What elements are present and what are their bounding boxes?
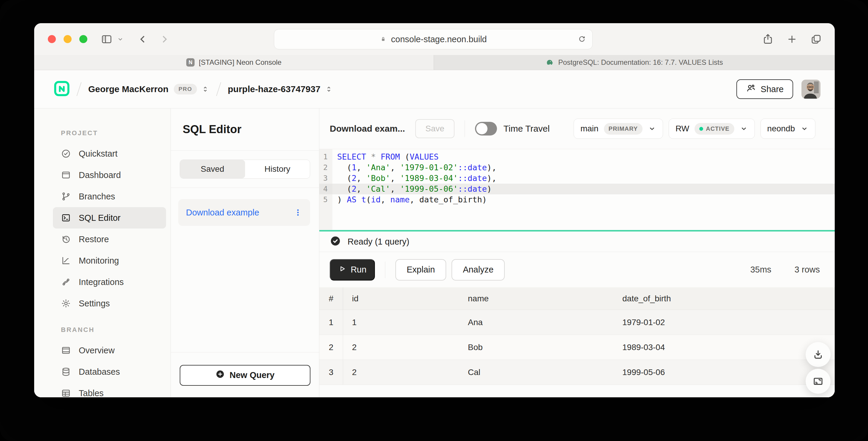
saved-queries-list: Download example [171,188,319,226]
minimize-window-button[interactable] [64,35,71,43]
database-select[interactable]: neondb [761,119,815,139]
query-workspace: Download exam... Save Time Travel main P… [319,109,835,397]
query-title: Download exam... [330,124,415,134]
sidebar-item-label: Databases [79,367,120,377]
project-sidebar: PROJECTQuickstartDashboardBranchesSQL Ed… [34,109,171,397]
address-bar[interactable]: console-stage.neon.build [274,29,593,49]
code-line[interactable]: 2 (1, 'Ana', '1979-01-02'::date), [319,162,835,173]
branch-select[interactable]: main PRIMARY [574,119,663,139]
page-title: SQL Editor [171,109,319,151]
saved-query-item[interactable]: Download example [178,199,310,226]
table-row[interactable]: 22Bob1989-03-04 [319,335,835,360]
new-tab-icon[interactable] [786,33,798,46]
breadcrumb-project-name[interactable]: purple-haze-63747937 [228,84,320,94]
share-page-icon[interactable] [762,33,774,46]
cell-date-of-birth: 1999-05-06 [613,368,835,377]
forward-button[interactable] [159,34,170,45]
time-travel-label: Time Travel [503,124,550,134]
saved-history-tabs: SavedHistory [180,159,310,179]
tab-title: PostgreSQL: Documentation: 16: 7.7. VALU… [558,58,723,66]
sidebar-item-settings[interactable]: Settings [53,293,166,314]
sidebar-sections: PROJECTQuickstartDashboardBranchesSQL Ed… [34,129,170,397]
table-row[interactable]: 11Ana1979-01-02 [319,310,835,335]
chevron-down-icon[interactable] [117,36,124,42]
sidebar-item-monitoring[interactable]: Monitoring [53,250,166,271]
neon-logo-icon[interactable] [54,81,70,98]
compute-select[interactable]: RW ACTIVE [669,119,755,139]
database-select-value: neondb [767,124,795,134]
row-index: 1 [319,310,343,334]
breadcrumb-org-name[interactable]: George MacKerron [88,84,168,94]
save-button[interactable]: Save [415,119,455,138]
breadcrumb-separator [76,82,82,96]
overview-icon [61,345,71,355]
dashboard-icon [61,170,71,180]
chevron-down-icon [740,124,748,133]
tab-saved[interactable]: Saved [180,160,245,178]
tab-history[interactable]: History [245,160,310,178]
new-query-button[interactable]: New Query [180,365,310,386]
sidebar-item-dashboard[interactable]: Dashboard [53,164,166,186]
sql-code-editor[interactable]: 1SELECT * FROM (VALUES2 (1, 'Ana', '1979… [319,149,835,230]
time-travel-toggle[interactable] [475,122,497,136]
kebab-menu-icon[interactable] [293,208,302,217]
explain-button[interactable]: Explain [395,259,446,281]
tab-postgresql-docs[interactable]: PostgreSQL: Documentation: 16: 7.7. VALU… [434,55,835,70]
restore-icon [61,234,71,244]
sidebar-item-sql-editor[interactable]: SQL Editor [53,207,166,229]
code-line[interactable]: 1SELECT * FROM (VALUES [319,152,835,162]
sidebar-item-quickstart[interactable]: Quickstart [53,143,166,164]
share-button[interactable]: Share [736,79,793,99]
tab-overview-icon[interactable] [810,33,822,46]
sidebar-item-label: Tables [79,388,104,398]
sidebar-item-databases[interactable]: Databases [53,361,166,382]
databases-icon [61,367,71,377]
close-window-button[interactable] [48,35,56,43]
sql-editor-icon [61,213,71,223]
neon-favicon: N [186,58,194,66]
cell-id: 1 [343,318,459,327]
active-status-dot [699,127,703,131]
expand-results-button[interactable] [806,369,831,394]
analyze-button[interactable]: Analyze [452,259,505,281]
quickstart-icon [61,149,71,159]
cell-id: 2 [343,368,459,377]
breadcrumb-separator [216,82,221,96]
tab-title: [STAGING] Neon Console [199,58,281,66]
project-selector-icon[interactable] [325,85,333,93]
result-row-count: 3 rows [795,265,820,274]
line-number: 2 [319,162,332,173]
sidebar-item-overview[interactable]: Overview [53,340,166,361]
saved-query-link[interactable]: Download example [186,208,259,217]
sidebar-item-integrations[interactable]: Integrations [53,271,166,293]
play-icon [338,265,346,275]
safari-sidebar-icon[interactable] [100,33,113,46]
toolbar-divider [465,120,465,137]
code-text: ) AS t(id, name, date_of_birth) [332,194,835,205]
code-line[interactable]: 3 (2, 'Bob', '1989-03-04'::date), [319,173,835,184]
sidebar-item-label: Integrations [79,277,124,287]
run-button[interactable]: Run [330,259,375,281]
row-index: 2 [319,335,343,359]
sidebar-section-label: BRANCH [34,326,170,334]
tab-neon-console[interactable]: N [STAGING] Neon Console [34,55,434,70]
org-selector-icon[interactable] [201,85,210,93]
user-avatar[interactable] [802,80,820,99]
code-line[interactable]: 4 (2, 'Cal', '1999-05-06'::date) [319,184,835,194]
zoom-window-button[interactable] [79,35,87,43]
share-button-label: Share [761,84,784,94]
sidebar-item-tables[interactable]: Tables [53,382,166,397]
download-results-button[interactable] [806,342,831,367]
sidebar-item-restore[interactable]: Restore [53,229,166,250]
table-row[interactable]: 32Cal1999-05-06 [319,360,835,385]
postgresql-elephant-icon [546,58,554,66]
branch-select-value: main [581,124,598,134]
line-number: 3 [319,173,332,184]
branches-icon [61,192,71,202]
reload-icon[interactable] [578,35,586,44]
code-line[interactable]: 5) AS t(id, name, date_of_birth) [319,194,835,205]
back-button[interactable] [137,34,149,45]
browser-titlebar: console-stage.neon.build [34,23,835,55]
sidebar-item-branches[interactable]: Branches [53,186,166,207]
sidebar-item-label: Monitoring [79,256,119,266]
